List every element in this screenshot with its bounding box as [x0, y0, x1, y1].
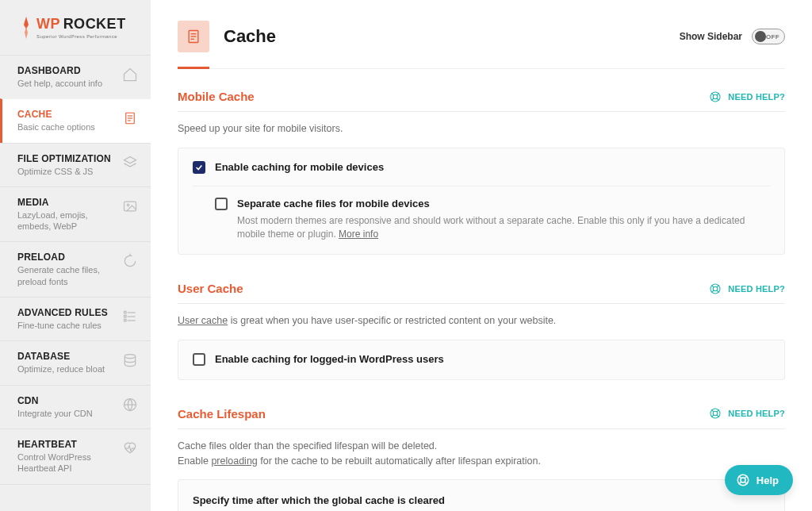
svg-rect-10 — [124, 311, 127, 313]
show-sidebar-label: Show Sidebar — [680, 31, 742, 42]
checkbox-desc: Most modern themes are responsive and sh… — [237, 214, 770, 242]
section-title: Mobile Cache — [178, 90, 255, 103]
sidebar-item-label: DATABASE — [17, 351, 105, 362]
rocket-flame-icon — [21, 17, 32, 39]
refresh-icon — [121, 252, 140, 271]
sidebar-item-cache[interactable]: CACHE Basic cache options — [0, 98, 151, 142]
svg-marker-4 — [124, 156, 136, 163]
svg-line-39 — [739, 476, 741, 478]
section-title: Cache Lifespan — [178, 407, 266, 421]
lifebuoy-icon — [709, 282, 722, 295]
svg-line-33 — [712, 410, 714, 413]
brand-tagline: Superior WordPress Performance — [36, 34, 126, 39]
section-desc-line2: Enable preloading for the cache to be re… — [178, 454, 785, 469]
section-mobile-cache: Mobile Cache NEED HELP? Speed up your si… — [178, 90, 785, 255]
svg-line-41 — [739, 482, 741, 484]
sidebar-item-label: MEDIA — [17, 197, 121, 208]
home-icon — [121, 65, 140, 84]
checkbox-enable-mobile-caching[interactable] — [193, 161, 205, 174]
sidebar-item-sub: Generate cache files, preload fonts — [17, 264, 121, 287]
checkbox-separate-mobile-cache[interactable] — [215, 198, 228, 210]
preloading-link[interactable]: preloading — [211, 455, 257, 467]
sidebar-item-label: ADVANCED RULES — [17, 307, 108, 318]
image-icon — [121, 197, 140, 216]
svg-point-32 — [714, 412, 718, 416]
need-help-link[interactable]: NEED HELP? — [709, 282, 785, 295]
brand-logo: WP ROCKET Superior WordPress Performance — [0, 16, 151, 55]
svg-line-35 — [712, 415, 714, 417]
list-icon — [121, 307, 140, 326]
svg-point-20 — [714, 94, 718, 98]
svg-line-34 — [717, 410, 719, 413]
section-cache-lifespan: Cache Lifespan NEED HELP? Cache files ol… — [178, 407, 785, 511]
sidebar-item-dashboard[interactable]: DASHBOARD Get help, account info — [0, 55, 151, 98]
show-sidebar-toggle[interactable]: OFF — [752, 29, 785, 44]
sidebar-item-heartbeat[interactable]: HEARTBEAT Control WordPress Heartbeat AP… — [0, 428, 151, 485]
section-desc-line1: Cache files older than the specified lif… — [178, 439, 785, 454]
svg-line-29 — [712, 290, 714, 293]
need-help-link[interactable]: NEED HELP? — [709, 407, 785, 420]
svg-line-36 — [717, 415, 719, 417]
checkbox-label: Enable caching for logged-in WordPress u… — [215, 353, 444, 367]
sidebar-item-file-optimization[interactable]: FILE OPTIMIZATION Optimize CSS & JS — [0, 143, 151, 186]
lifebuoy-icon — [709, 90, 722, 103]
main-content: Cache Show Sidebar OFF Mobile Cache N — [151, 0, 812, 511]
svg-line-27 — [712, 285, 714, 287]
sidebar-item-label: FILE OPTIMIZATION — [17, 153, 111, 164]
sidebar-item-database[interactable]: DATABASE Optimize, reduce bloat — [0, 340, 151, 384]
svg-rect-12 — [124, 319, 127, 321]
toggle-state-text: OFF — [766, 33, 779, 40]
help-fab-label: Help — [756, 474, 779, 486]
lifebuoy-icon — [736, 473, 750, 487]
globe-icon — [121, 395, 140, 414]
section-title: User Cache — [178, 282, 243, 295]
svg-line-21 — [712, 93, 714, 95]
checkbox-enable-logged-in-caching[interactable] — [193, 353, 205, 366]
sidebar-item-sub: Optimize CSS & JS — [17, 166, 111, 177]
section-user-cache: User Cache NEED HELP? User cache is grea… — [178, 282, 785, 380]
sidebar-item-sub: Fine-tune cache rules — [17, 320, 108, 331]
user-cache-link[interactable]: User cache — [178, 315, 228, 326]
svg-rect-5 — [124, 202, 136, 211]
more-info-link[interactable]: More info — [339, 229, 378, 240]
sidebar-item-sub: Integrate your CDN — [17, 408, 93, 419]
sidebar-item-sub: Control WordPress Heartbeat API — [17, 451, 121, 474]
svg-line-42 — [745, 482, 747, 484]
sidebar-item-sub: Optimize, reduce bloat — [17, 363, 105, 375]
sidebar-item-cdn[interactable]: CDN Integrate your CDN — [0, 385, 151, 428]
cache-lifespan-panel: Specify time after which the global cach… — [178, 479, 785, 511]
svg-line-24 — [717, 98, 719, 101]
sidebar-item-advanced-rules[interactable]: ADVANCED RULES Fine-tune cache rules — [0, 297, 151, 340]
page-header: Cache Show Sidebar OFF — [178, 21, 785, 67]
checkbox-label: Enable caching for mobile devices — [215, 161, 384, 175]
page-file-icon — [178, 21, 209, 52]
sidebar-item-preload[interactable]: PRELOAD Generate cache files, preload fo… — [0, 241, 151, 297]
svg-rect-11 — [124, 315, 127, 317]
sidebar-item-sub: Basic cache options — [17, 121, 95, 133]
mobile-cache-panel: Enable caching for mobile devices Separa… — [178, 148, 785, 256]
need-help-label: NEED HELP? — [728, 92, 785, 102]
database-icon — [121, 351, 140, 370]
layers-icon — [121, 153, 140, 172]
heartbeat-icon — [121, 439, 140, 458]
help-fab-button[interactable]: Help — [725, 465, 793, 495]
file-icon — [121, 109, 140, 128]
section-desc: Speed up your site for mobile visitors. — [178, 121, 785, 136]
lifebuoy-icon — [709, 407, 722, 420]
need-help-label: NEED HELP? — [728, 284, 785, 294]
sidebar-item-label: DASHBOARD — [17, 65, 102, 76]
sidebar-item-label: CACHE — [17, 109, 95, 120]
need-help-label: NEED HELP? — [728, 409, 785, 418]
svg-line-23 — [712, 98, 714, 101]
svg-line-28 — [717, 285, 719, 287]
need-help-link[interactable]: NEED HELP? — [709, 90, 785, 103]
page-title: Cache — [224, 26, 276, 47]
sidebar-item-label: HEARTBEAT — [17, 439, 121, 450]
svg-point-6 — [127, 204, 129, 206]
sidebar-nav: DASHBOARD Get help, account info CACHE B… — [0, 55, 151, 485]
brand-rocket: ROCKET — [63, 16, 126, 32]
sidebar-item-sub: LazyLoad, emojis, embeds, WebP — [17, 209, 121, 232]
sidebar-item-media[interactable]: MEDIA LazyLoad, emojis, embeds, WebP — [0, 186, 151, 242]
svg-line-30 — [717, 290, 719, 293]
sidebar-item-sub: Get help, account info — [17, 78, 102, 89]
